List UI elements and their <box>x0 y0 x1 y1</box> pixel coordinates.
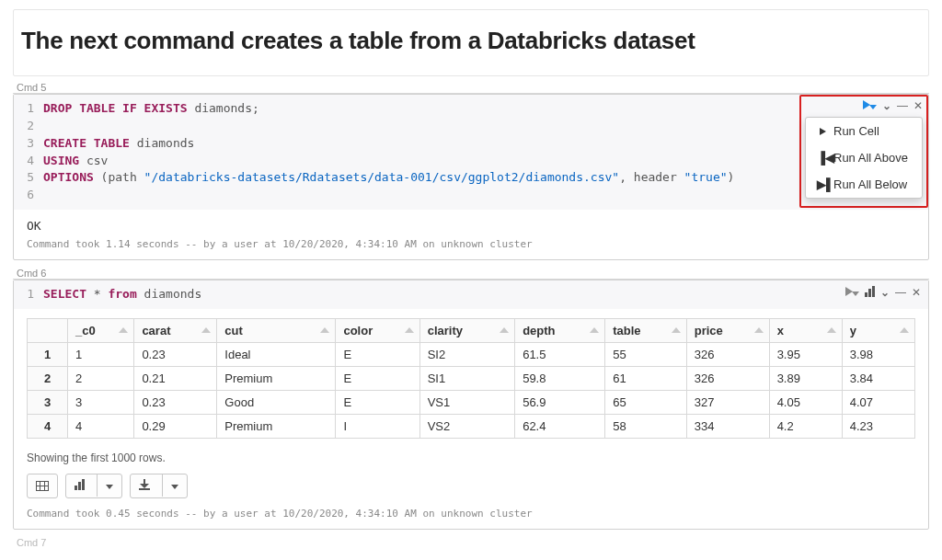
col-table[interactable]: table <box>605 318 687 342</box>
download-icon <box>139 479 150 490</box>
col-c0[interactable]: _c0 <box>68 318 134 342</box>
chevron-down-icon <box>171 485 178 489</box>
table-row: 330.23GoodEVS156.9653274.054.07 <box>28 390 915 414</box>
sort-icon <box>500 327 509 333</box>
cmd5-output: OK <box>14 210 928 234</box>
result-table: _c0 carat cut color clarity depth table … <box>27 318 915 439</box>
close-icon[interactable]: ✕ <box>912 287 921 298</box>
run-all-above-item[interactable]: ▐◀ Run All Above <box>806 144 922 171</box>
run-dropdown-button[interactable] <box>863 100 877 111</box>
sort-icon <box>119 327 128 333</box>
table-view-button[interactable] <box>27 474 58 498</box>
col-y[interactable]: y <box>842 318 914 342</box>
chart-toggle-icon[interactable] <box>865 286 875 299</box>
line-gutter: 1 <box>14 286 43 303</box>
run-all-below-label: Run All Below <box>833 177 907 191</box>
cmd5-meta: Command took 1.14 seconds -- by a user a… <box>14 234 928 259</box>
chart-view-button[interactable] <box>65 474 122 498</box>
result-toolbar <box>14 468 928 504</box>
cmd5-editor[interactable]: 123456 DROP TABLE IF EXISTS diamonds; CR… <box>14 95 928 210</box>
download-button[interactable] <box>130 474 188 498</box>
col-index[interactable] <box>28 318 68 342</box>
cmd6-editor[interactable]: 1 SELECT * from diamonds <box>14 280 928 309</box>
run-dropdown-button[interactable] <box>845 287 859 298</box>
run-menu: Run Cell ▐◀ Run All Above ▶▌ Run All Bel… <box>805 117 923 199</box>
cmd6-cell: ⌄ — ✕ 1 SELECT * from diamonds _c0 carat… <box>13 280 929 530</box>
cmd5-label: Cmd 5 <box>17 82 929 93</box>
sort-icon <box>827 327 836 333</box>
grid-icon <box>36 481 49 491</box>
code-text: DROP TABLE IF EXISTS diamonds; CREATE TA… <box>43 100 928 204</box>
chevron-down-icon <box>106 485 113 489</box>
table-row: 110.23IdealESI261.5553263.953.98 <box>28 342 915 366</box>
table-row: 440.29PremiumIVS262.4583344.24.23 <box>28 414 915 438</box>
rows-shown-note: Showing the first 1000 rows. <box>14 444 928 468</box>
table-row: 220.21PremiumESI159.8613263.893.84 <box>28 366 915 390</box>
sort-icon <box>201 327 211 333</box>
col-x[interactable]: x <box>769 318 842 342</box>
minimize-icon[interactable]: — <box>897 100 908 111</box>
run-all-above-label: Run All Above <box>833 151 908 165</box>
cmd5-cell: ⌄ — ✕ Run Cell ▐◀ Run All Above ▶▌ Run A… <box>13 94 929 260</box>
sort-icon <box>590 327 599 333</box>
cmd6-label: Cmd 6 <box>17 268 929 279</box>
col-carat[interactable]: carat <box>134 318 217 342</box>
cmd6-meta: Command took 0.45 seconds -- by a user a… <box>14 504 928 529</box>
expand-chevron-icon[interactable]: ⌄ <box>880 287 890 298</box>
run-cell-item[interactable]: Run Cell <box>806 118 922 144</box>
run-all-below-item[interactable]: ▶▌ Run All Below <box>806 171 922 198</box>
skip-back-icon: ▐◀ <box>817 151 828 165</box>
sort-icon <box>320 327 329 333</box>
run-cell-label: Run Cell <box>833 124 879 138</box>
code-text: SELECT * from diamonds <box>43 286 928 303</box>
title-cell: The next command creates a table from a … <box>13 9 929 76</box>
sort-icon <box>672 327 681 333</box>
line-gutter: 123456 <box>14 100 43 204</box>
expand-chevron-icon[interactable]: ⌄ <box>882 100 891 111</box>
col-price[interactable]: price <box>686 318 769 342</box>
sort-icon <box>900 327 909 333</box>
col-color[interactable]: color <box>336 318 419 342</box>
cmd7-label: Cmd 7 <box>17 537 929 548</box>
skip-forward-icon: ▶▌ <box>817 177 828 191</box>
close-icon[interactable]: ✕ <box>913 100 923 111</box>
play-icon <box>817 124 828 138</box>
minimize-icon[interactable]: — <box>895 287 906 298</box>
sort-icon <box>754 327 764 333</box>
col-clarity[interactable]: clarity <box>419 318 514 342</box>
run-menu-highlight: ⌄ — ✕ Run Cell ▐◀ Run All Above ▶▌ Run A… <box>799 95 928 208</box>
bar-chart-icon <box>75 479 85 490</box>
col-cut[interactable]: cut <box>217 318 336 342</box>
table-header-row: _c0 carat cut color clarity depth table … <box>28 318 915 342</box>
page-title: The next command creates a table from a … <box>21 27 928 55</box>
sort-icon <box>405 327 414 333</box>
col-depth[interactable]: depth <box>515 318 605 342</box>
